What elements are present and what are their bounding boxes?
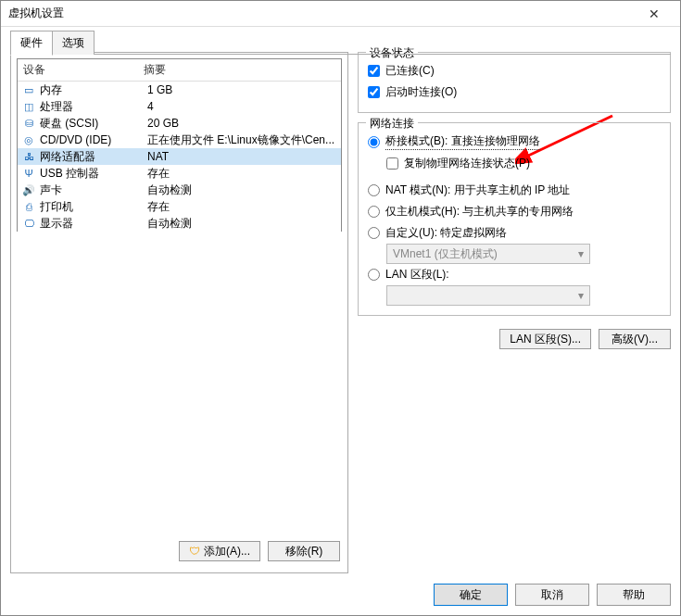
tab-hardware[interactable]: 硬件 (10, 31, 53, 56)
device-row-hdd[interactable]: ⛁硬盘 (SCSI)20 GB (18, 115, 341, 132)
device-table-header: 设备 摘要 (18, 59, 341, 82)
hostonly-row: 仅主机模式(H): 与主机共享的专用网络 (368, 201, 661, 222)
lan-segment-row: LAN 区段(L): (368, 264, 661, 285)
device-name: 打印机 (40, 199, 147, 215)
device-row-cpu[interactable]: ◫处理器4 (18, 98, 341, 115)
advanced-button[interactable]: 高级(V)... (599, 329, 671, 349)
usb-icon: Ψ (21, 166, 36, 181)
shield-icon: 🛡 (189, 545, 200, 558)
replicate-row: 复制物理网络连接状态(P) (386, 153, 661, 174)
device-detail-pane: 设备状态 已连接(C) 启动时连接(O) 网络连接 桥接模式(B): 直接连接物… (358, 52, 671, 573)
hdd-icon: ⛁ (21, 116, 36, 131)
hostonly-radio[interactable] (368, 206, 380, 218)
device-name: 内存 (40, 82, 147, 98)
hostonly-label: 仅主机模式(H): 与主机共享的专用网络 (385, 204, 574, 220)
tab-options[interactable]: 选项 (52, 31, 95, 55)
nat-row: NAT 模式(N): 用于共享主机的 IP 地址 (368, 180, 661, 201)
device-row-sound[interactable]: 🔊声卡自动检测 (18, 182, 341, 198)
advanced-label: 高级(V)... (612, 332, 658, 347)
tab-bar: 硬件 选项 (1, 27, 680, 55)
device-summary: 存在 (147, 166, 337, 182)
device-row-printer[interactable]: ⎙打印机存在 (18, 198, 341, 215)
left-button-bar: 🛡 添加(A)... 移除(R) (17, 535, 342, 567)
network-legend: 网络连接 (366, 116, 418, 132)
cd-icon: ◎ (21, 132, 36, 147)
connect-at-poweron-label: 启动时连接(O) (385, 84, 457, 100)
device-table: 设备 摘要 ▭内存1 GB◫处理器4⛁硬盘 (SCSI)20 GB◎CD/DVD… (17, 58, 342, 232)
device-row-network[interactable]: 🖧网络适配器NAT (18, 148, 341, 165)
ok-label: 确定 (460, 587, 482, 603)
lan-segments-label: LAN 区段(S)... (510, 332, 581, 347)
device-name: 显示器 (40, 216, 147, 232)
network-connection-group: 网络连接 桥接模式(B): 直接连接物理网络 复制物理网络连接状态(P) NAT… (358, 122, 671, 316)
device-summary: 存在 (147, 199, 337, 215)
device-name: CD/DVD (IDE) (40, 133, 147, 146)
remove-button[interactable]: 移除(R) (268, 541, 340, 561)
sound-icon: 🔊 (21, 182, 36, 197)
device-summary: NAT (147, 150, 337, 163)
connected-label: 已连接(C) (385, 63, 435, 79)
bridged-label: 桥接模式(B): 直接连接物理网络 (385, 133, 540, 150)
connected-checkbox[interactable] (368, 65, 380, 77)
device-name: 声卡 (40, 182, 147, 198)
custom-radio[interactable] (368, 227, 380, 239)
titlebar: 虚拟机设置 ✕ (1, 1, 680, 27)
remove-button-label: 移除(R) (285, 544, 323, 559)
cpu-icon: ◫ (21, 99, 36, 114)
device-summary: 自动检测 (147, 182, 337, 198)
lan-segments-button[interactable]: LAN 区段(S)... (499, 329, 591, 349)
device-row-memory[interactable]: ▭内存1 GB (18, 82, 341, 98)
custom-network-combo: VMnet1 (仅主机模式) (386, 244, 590, 264)
device-summary: 正在使用文件 E:\Linux镜像文件\Cen... (147, 132, 337, 148)
connect-at-poweron-checkbox[interactable] (368, 86, 380, 98)
bridged-row: 桥接模式(B): 直接连接物理网络 (368, 131, 661, 153)
network-icon: 🖧 (21, 149, 36, 164)
header-device: 设备 (23, 62, 144, 78)
lan-segment-combo (386, 285, 590, 306)
help-button[interactable]: 帮助 (597, 584, 671, 606)
lan-segment-radio[interactable] (368, 269, 380, 281)
hardware-list-pane: 设备 摘要 ▭内存1 GB◫处理器4⛁硬盘 (SCSI)20 GB◎CD/DVD… (10, 52, 348, 573)
connect-at-poweron-row: 启动时连接(O) (368, 82, 661, 103)
device-summary: 自动检测 (147, 216, 337, 232)
device-name: USB 控制器 (40, 166, 147, 182)
cancel-label: 取消 (541, 587, 563, 603)
custom-label: 自定义(U): 特定虚拟网络 (385, 225, 507, 241)
add-button-label: 添加(A)... (204, 544, 250, 559)
display-icon: 🖵 (21, 216, 36, 231)
device-row-usb[interactable]: ΨUSB 控制器存在 (18, 165, 341, 182)
header-summary: 摘要 (144, 62, 166, 78)
custom-network-value: VMnet1 (仅主机模式) (393, 246, 498, 262)
device-row-display[interactable]: 🖵显示器自动检测 (18, 215, 341, 232)
replicate-label: 复制物理网络连接状态(P) (404, 156, 530, 171)
device-summary: 4 (147, 100, 337, 113)
dialog-footer: 确定 取消 帮助 (434, 584, 671, 606)
memory-icon: ▭ (21, 82, 36, 97)
add-button[interactable]: 🛡 添加(A)... (179, 541, 260, 561)
device-name: 处理器 (40, 99, 147, 115)
device-status-group: 设备状态 已连接(C) 启动时连接(O) (358, 52, 671, 113)
nat-radio[interactable] (368, 184, 380, 196)
bridged-radio[interactable] (368, 136, 380, 148)
custom-row: 自定义(U): 特定虚拟网络 (368, 222, 661, 244)
window-title: 虚拟机设置 (8, 6, 636, 21)
replicate-checkbox[interactable] (386, 157, 398, 170)
help-label: 帮助 (623, 587, 645, 603)
device-summary: 1 GB (147, 83, 337, 96)
device-summary: 20 GB (147, 117, 337, 130)
device-row-cd[interactable]: ◎CD/DVD (IDE)正在使用文件 E:\Linux镜像文件\Cen... (18, 132, 341, 148)
content-area: 设备 摘要 ▭内存1 GB◫处理器4⛁硬盘 (SCSI)20 GB◎CD/DVD… (10, 52, 671, 573)
device-name: 网络适配器 (40, 149, 147, 165)
connected-row: 已连接(C) (368, 60, 661, 82)
lan-segment-label: LAN 区段(L): (385, 267, 449, 283)
close-button[interactable]: ✕ (636, 1, 673, 27)
printer-icon: ⎙ (21, 199, 36, 214)
cancel-button[interactable]: 取消 (515, 584, 589, 606)
ok-button[interactable]: 确定 (434, 584, 508, 606)
right-button-bar: LAN 区段(S)... 高级(V)... (358, 329, 671, 349)
nat-label: NAT 模式(N): 用于共享主机的 IP 地址 (385, 182, 570, 198)
device-name: 硬盘 (SCSI) (40, 116, 147, 132)
